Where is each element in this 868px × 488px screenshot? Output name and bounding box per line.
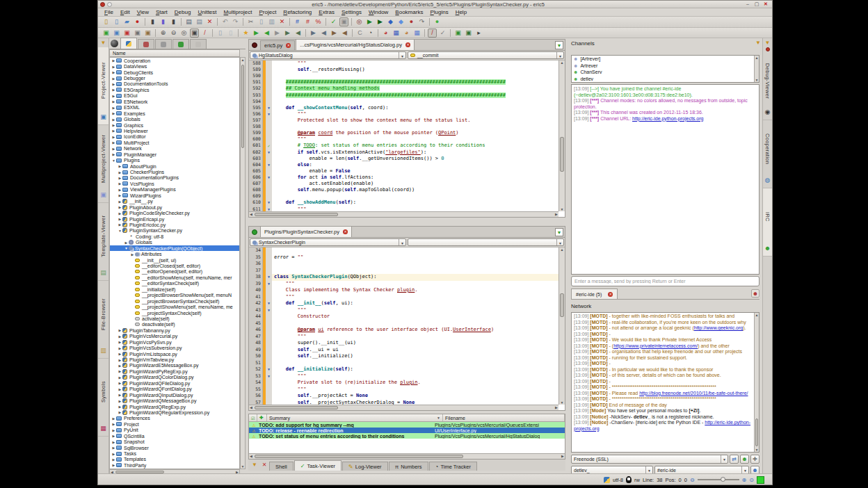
code-line[interactable]: 602▼ if self.vcs.isExtensionActive("larg…: [249, 149, 558, 156]
tree-item[interactable]: ▶PluginAbout.py: [110, 204, 239, 210]
line-number[interactable]: 56: [249, 393, 263, 400]
channel-tab[interactable]: #eric-ide (5) ✕: [571, 288, 618, 299]
fold-margin[interactable]: ▼: [266, 373, 272, 380]
expand-arrow-icon[interactable]: ▶: [111, 123, 116, 127]
user-item[interactable]: ☻ChanServ: [572, 69, 759, 76]
line-number[interactable]: 610: [249, 200, 263, 206]
tree-item[interactable]: ▶PluginWizardQMessageBox.py: [110, 398, 239, 403]
window-menu-icon[interactable]: [107, 2, 112, 7]
code-text[interactable]: Constructor: [272, 314, 558, 320]
delete-icon[interactable]: ✕: [278, 17, 287, 26]
rail-tab-irc[interactable]: IRC☻: [763, 188, 772, 257]
redo-icon[interactable]: ↷: [231, 17, 240, 26]
expand-arrow-icon[interactable]: ▶: [111, 99, 116, 104]
line-number[interactable]: 598: [249, 124, 263, 130]
scrollbar-thumb[interactable]: [255, 455, 463, 458]
undo-icon[interactable]: ↶: [220, 17, 230, 26]
connection-led-icon[interactable]: ●: [433, 17, 442, 26]
tree-item[interactable]: __editorOpened(self, editor): [110, 269, 239, 275]
user-item[interactable]: ☻[Artrever]: [572, 56, 759, 63]
close-file-icon[interactable]: ●: [133, 17, 142, 26]
expand-arrow-icon[interactable]: ▶: [111, 140, 116, 145]
tree-item[interactable]: ▶E5Graphics: [110, 87, 239, 92]
leave-channel-icon[interactable]: ☻: [751, 289, 760, 298]
line-number[interactable]: 43: [249, 307, 263, 314]
filename-column-header[interactable]: Filename: [443, 414, 565, 421]
expand-arrow-icon[interactable]: ▶: [111, 94, 116, 98]
bookmark-prev-icon[interactable]: ◀: [262, 29, 271, 38]
line-number[interactable]: 604: [249, 162, 263, 168]
tree-item[interactable]: __projectShowMenu(self, menuName, me: [110, 304, 239, 309]
expand-arrow-icon[interactable]: ▶: [118, 181, 122, 186]
method-combo[interactable]: ▼: [408, 238, 564, 246]
code-line[interactable]: 47 """: [249, 334, 558, 341]
zoom-in-icon[interactable]: ⊕: [742, 477, 747, 483]
code-line[interactable]: 43▼ """: [249, 307, 558, 314]
tree-item[interactable]: ▶E5Network: [110, 99, 239, 104]
line-number[interactable]: 35: [249, 254, 263, 261]
tree-item[interactable]: ▶PluginWizardPyRegExp.py: [110, 368, 239, 374]
code-line[interactable]: 591 ####################################…: [249, 79, 558, 86]
expand-arrow-icon[interactable]: ▶: [111, 440, 116, 444]
tree-item[interactable]: ▶PluginCodeStyleChecker.py: [110, 210, 239, 215]
code-line[interactable]: 603 enable = len(self.__getUnversionedIt…: [249, 156, 558, 162]
line-number[interactable]: 611: [249, 206, 263, 211]
rail-tab-debug-viewer[interactable]: Debug-Viewer◉: [763, 52, 772, 120]
code-line[interactable]: 605 enable = False: [249, 168, 558, 174]
line-number[interactable]: 41: [249, 294, 263, 301]
tree-item[interactable]: ▶Tasks: [110, 450, 239, 456]
save-as-icon[interactable]: ▮: [159, 17, 168, 26]
code-text[interactable]: [272, 360, 558, 367]
coverage-icon[interactable]: ▦: [392, 29, 401, 38]
code-line[interactable]: 42▼ def __init__(self, ui):: [249, 300, 558, 307]
line-number[interactable]: 40: [249, 287, 263, 294]
class-combo[interactable]: SyntaxCheckerPlugin▼: [250, 238, 406, 246]
code-text[interactable]: @param coord the position of the mouse p…: [272, 130, 558, 136]
line-number[interactable]: 599: [249, 130, 263, 136]
search-files-icon[interactable]: ◎: [355, 17, 364, 26]
tree-item[interactable]: ▶Network: [110, 146, 239, 152]
expand-arrow-icon[interactable]: ▼: [118, 229, 122, 233]
line-number[interactable]: 606: [249, 174, 263, 181]
titlebar[interactable]: eric5 - /home/detlev/Development/Python/…: [98, 1, 772, 8]
save-all-icon[interactable]: ▮: [169, 17, 178, 26]
task-row[interactable]: ⚠TODO: set status of menu entries accord…: [249, 433, 565, 439]
filter-icon[interactable]: ▼: [764, 40, 771, 46]
close-window-icon[interactable]: ✕: [205, 17, 214, 26]
code-text[interactable]: def __init__(self, ui):: [272, 300, 558, 307]
refresh-icon[interactable]: C: [355, 29, 364, 38]
line-number[interactable]: 602: [249, 149, 263, 156]
profile-project-icon[interactable]: ◕: [402, 29, 411, 38]
expand-arrow-icon[interactable]: ▶: [111, 446, 116, 450]
tree-item[interactable]: ▶IconEditor: [110, 134, 239, 140]
code-line[interactable]: 610▼ def __showAddMenu(self):: [249, 200, 558, 206]
line-number[interactable]: 605: [249, 168, 263, 174]
code-text[interactable]: act.setEnabled(enable): [272, 181, 558, 187]
tree-item[interactable]: ▶ThirdParty: [110, 462, 239, 468]
expand-arrow-icon[interactable]: ▶: [118, 405, 122, 409]
cut-icon[interactable]: ✂: [246, 17, 255, 26]
code-text[interactable]: """: [272, 294, 558, 301]
tree-item[interactable]: __projectSyntaxCheck(self): [110, 310, 239, 316]
tree-item[interactable]: __init__(self, ui): [110, 257, 239, 263]
prev-task-icon[interactable]: ◀: [340, 29, 349, 38]
tree-item[interactable]: activate(self): [110, 316, 239, 321]
tree-item[interactable]: ▶Cooperation: [110, 58, 239, 63]
code-area[interactable]: 588 """589 self.__restoreMissing()590591…: [249, 60, 558, 211]
fold-margin[interactable]: ▼: [266, 366, 272, 373]
code-line[interactable]: 606▼ for act in self.lfActions:: [249, 174, 558, 181]
rail-tab-file-browser[interactable]: File-Browser▥: [98, 281, 108, 359]
menu-file[interactable]: File: [101, 8, 117, 16]
link[interactable]: http://eric-ide.python-projects.org: [632, 116, 703, 121]
settings-wrench-icon[interactable]: ✚: [750, 455, 760, 464]
tree-item[interactable]: __projectBrowserShowMenu(self, menuN: [110, 293, 239, 298]
scroll-right-icon[interactable]: ▶: [554, 405, 558, 409]
network-scrollbar[interactable]: ▲ ▼: [754, 313, 759, 452]
code-line[interactable]: 49 self.__ui = ui: [249, 347, 558, 354]
step-over-icon[interactable]: ◆: [396, 17, 405, 26]
bookmark-next-icon[interactable]: ▶: [252, 29, 261, 38]
code-line[interactable]: 604▼ else:: [249, 162, 558, 168]
code-line[interactable]: 598: [249, 124, 558, 130]
tree-item[interactable]: __initialize(self): [110, 286, 239, 292]
scrollbar-thumb[interactable]: [241, 65, 244, 148]
